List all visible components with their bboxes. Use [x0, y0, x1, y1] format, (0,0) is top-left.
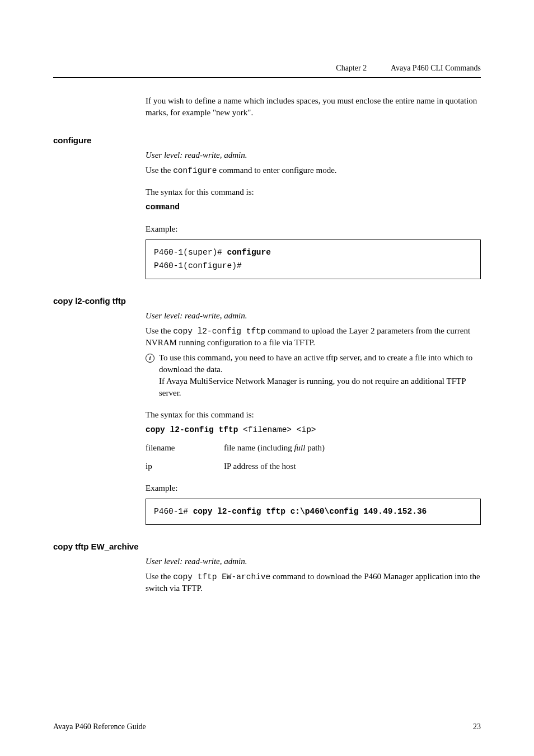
param-label: filename	[146, 442, 224, 454]
italic-text: full	[294, 443, 305, 452]
syntax-bold: copy l2-config tftp	[146, 425, 238, 434]
page-footer: Avaya P460 Reference Guide 23	[53, 721, 481, 732]
code-box: P460-1(super)# configure P460-1(configur…	[146, 240, 481, 279]
code-text: copy l2-config tftp	[173, 327, 265, 336]
param-row: filename file name (including full path)	[146, 442, 481, 454]
code-box: P460-1# copy l2-config tftp c:\p460\conf…	[146, 499, 481, 525]
info-line: If Avaya MultiService Network Manager is…	[159, 375, 481, 399]
syntax-command: copy l2-config tftp <filename> <ip>	[146, 424, 481, 435]
info-line: To use this command, you need to have an…	[159, 352, 481, 375]
footer-left: Avaya P460 Reference Guide	[53, 721, 146, 732]
text: Use the	[146, 326, 173, 335]
info-glyph: i	[146, 354, 154, 363]
info-item: i To use this command, you need to have …	[146, 352, 481, 399]
param-desc: file name (including full path)	[224, 442, 481, 454]
param-label: ip	[146, 461, 224, 472]
intro-paragraph: If you wish to define a name which inclu…	[146, 95, 481, 119]
code-text: copy tftp EW-archive	[173, 572, 270, 581]
example-label: Example:	[146, 223, 481, 235]
copy-l2-description: Use the copy l2-config tftp command to u…	[146, 325, 481, 349]
text: Use the	[146, 166, 173, 175]
code-text: configure	[173, 166, 217, 175]
code-text: P460-1#	[154, 507, 193, 516]
user-level: User level: read-write, admin.	[146, 310, 481, 322]
syntax-rest: <filename> <ip>	[238, 425, 316, 434]
code-line: P460-1(configure)#	[154, 259, 472, 273]
syntax-label: The syntax for this command is:	[146, 409, 481, 421]
chapter-title: Avaya P460 CLI Commands	[391, 64, 481, 72]
syntax-label: The syntax for this command is:	[146, 186, 481, 198]
chapter-label: Chapter 2	[336, 64, 367, 72]
info-list: i To use this command, you need to have …	[146, 352, 481, 399]
syntax-command: command	[146, 201, 481, 213]
code-text-bold: copy l2-config tftp c:\p460\config 149.4…	[193, 507, 427, 516]
code-text: P460-1(super)#	[154, 248, 227, 257]
text: command to enter configure mode.	[217, 166, 336, 175]
section-heading-copy-tftp: copy tftp EW_archive	[53, 541, 481, 552]
header-rule	[53, 77, 481, 78]
page-header: Chapter 2 Avaya P460 CLI Commands	[336, 63, 481, 74]
info-text: To use this command, you need to have an…	[159, 352, 481, 399]
user-level: User level: read-write, admin.	[146, 556, 481, 567]
example-label: Example:	[146, 482, 481, 494]
footer-page-number: 23	[473, 721, 481, 732]
section-heading-copy-l2: copy l2-config tftp	[53, 295, 481, 307]
code-line: P460-1(super)# configure	[154, 246, 472, 260]
param-row: ip IP address of the host	[146, 461, 481, 472]
text: Use the	[146, 572, 173, 581]
info-icon: i	[146, 352, 159, 399]
param-desc: IP address of the host	[224, 461, 481, 472]
code-text-bold: configure	[227, 248, 271, 257]
section-heading-configure: configure	[53, 134, 481, 146]
code-line: P460-1# copy l2-config tftp c:\p460\conf…	[154, 505, 472, 519]
user-level: User level: read-write, admin.	[146, 149, 481, 161]
configure-description: Use the configure command to enter confi…	[146, 165, 481, 176]
text: path)	[305, 443, 325, 452]
copy-tftp-description: Use the copy tftp EW-archive command to …	[146, 571, 481, 594]
text: file name (including	[224, 443, 294, 452]
